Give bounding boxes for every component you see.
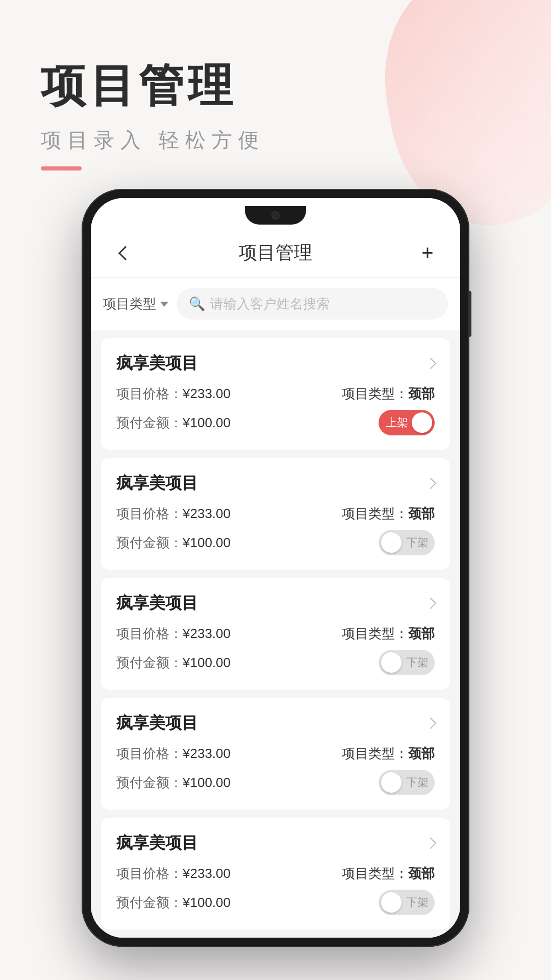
price-value: ¥233.00 xyxy=(183,386,231,401)
toggle-thumb xyxy=(381,772,402,793)
price-label: 项目价格：¥233.00 xyxy=(116,505,231,523)
prepay-value: ¥100.00 xyxy=(183,775,231,790)
toggle-off-label: 下架 xyxy=(406,895,429,910)
item-details: 项目价格：¥233.00 项目类型：颈部 预付金额：¥100.00 下架 xyxy=(116,505,435,555)
search-icon: 🔍 xyxy=(189,296,205,312)
item-title-row: 疯享美项目 xyxy=(116,712,435,734)
phone-frame: 项目管理 + 项目类型 🔍 请输入客户姓名搜索 xyxy=(82,189,469,947)
price-value: ¥233.00 xyxy=(183,746,231,761)
item-title: 疯享美项目 xyxy=(116,592,198,615)
item-details: 项目价格：¥233.00 项目类型：颈部 预付金额：¥100.00 下架 xyxy=(116,625,435,675)
header-section: 项目管理 项目录入 轻松方便 xyxy=(0,0,551,170)
prepay-value: ¥100.00 xyxy=(183,895,231,910)
toggle-off[interactable]: 下架 xyxy=(379,530,435,555)
phone-side-button xyxy=(468,291,471,337)
item-title: 疯享美项目 xyxy=(116,712,198,734)
toggle-off-label: 下架 xyxy=(406,535,429,550)
item-row-prepay: 预付金额：¥100.00 下架 xyxy=(116,770,435,795)
toggle-off-label: 下架 xyxy=(406,775,429,790)
item-details: 项目价格：¥233.00 项目类型：颈部 预付金额：¥100.00 上架 xyxy=(116,385,435,435)
toggle-thumb xyxy=(412,412,432,433)
item-row-price: 项目价格：¥233.00 项目类型：颈部 xyxy=(116,745,435,763)
toggle-off-label: 下架 xyxy=(406,655,429,670)
toggle-thumb xyxy=(381,892,402,913)
back-chevron-icon xyxy=(118,246,133,260)
toggle-off[interactable]: 下架 xyxy=(379,650,435,675)
item-row-prepay: 预付金额：¥100.00 下架 xyxy=(116,890,435,915)
price-label: 项目价格：¥233.00 xyxy=(116,865,231,883)
toggle-thumb xyxy=(381,532,402,553)
prepay-value: ¥100.00 xyxy=(183,535,231,550)
item-chevron-icon[interactable] xyxy=(425,478,437,489)
prepay-label: 预付金额：¥100.00 xyxy=(116,654,231,672)
phone-notch-area xyxy=(91,198,460,229)
app-topbar: 项目管理 + xyxy=(91,229,460,278)
item-row-price: 项目价格：¥233.00 项目类型：颈部 xyxy=(116,385,435,403)
phone-inner: 项目管理 + 项目类型 🔍 请输入客户姓名搜索 xyxy=(91,198,460,938)
item-row-price: 项目价格：¥233.00 项目类型：颈部 xyxy=(116,505,435,523)
price-value: ¥233.00 xyxy=(183,506,231,521)
items-list: 疯享美项目 项目价格：¥233.00 项目类型：颈部 预付金额：¥100.00 … xyxy=(91,330,460,938)
item-title: 疯享美项目 xyxy=(116,472,198,495)
toggle-thumb xyxy=(381,652,402,673)
item-row-prepay: 预付金额：¥100.00 下架 xyxy=(116,650,435,675)
filter-arrow-icon xyxy=(160,302,168,307)
item-chevron-icon[interactable] xyxy=(425,838,437,849)
item-details: 项目价格：¥233.00 项目类型：颈部 预付金额：¥100.00 下架 xyxy=(116,865,435,915)
sub-title: 项目录入 轻松方便 xyxy=(41,126,551,154)
item-row-prepay: 预付金额：¥100.00 上架 xyxy=(116,410,435,435)
phone-container: 项目管理 + 项目类型 🔍 请输入客户姓名搜索 xyxy=(82,189,469,947)
toggle-off[interactable]: 下架 xyxy=(379,770,435,795)
type-row: 项目类型：颈部 xyxy=(342,745,435,763)
title-underline xyxy=(41,166,82,170)
main-title: 项目管理 xyxy=(41,61,551,111)
filter-bar: 项目类型 🔍 请输入客户姓名搜索 xyxy=(91,278,460,330)
item-title-row: 疯享美项目 xyxy=(116,592,435,615)
type-filter[interactable]: 项目类型 xyxy=(103,295,168,313)
phone-camera xyxy=(271,211,280,219)
item-chevron-icon[interactable] xyxy=(425,598,437,609)
item-row-price: 项目价格：¥233.00 项目类型：颈部 xyxy=(116,625,435,643)
item-title-row: 疯享美项目 xyxy=(116,832,435,854)
type-filter-label: 项目类型 xyxy=(103,295,156,313)
toggle-on[interactable]: 上架 xyxy=(379,410,435,435)
back-button[interactable] xyxy=(111,241,136,265)
item-chevron-icon[interactable] xyxy=(425,718,437,729)
item-card: 疯享美项目 项目价格：¥233.00 项目类型：颈部 预付金额：¥100.00 … xyxy=(101,698,450,810)
price-label: 项目价格：¥233.00 xyxy=(116,745,231,763)
topbar-title: 项目管理 xyxy=(239,240,312,265)
type-row: 项目类型：颈部 xyxy=(342,505,435,523)
app-screen: 项目管理 + 项目类型 🔍 请输入客户姓名搜索 xyxy=(91,229,460,938)
item-chevron-icon[interactable] xyxy=(425,358,437,370)
prepay-label: 预付金额：¥100.00 xyxy=(116,774,231,792)
price-value: ¥233.00 xyxy=(183,866,231,881)
item-title-row: 疯享美项目 xyxy=(116,352,435,375)
prepay-label: 预付金额：¥100.00 xyxy=(116,414,231,432)
prepay-label: 预付金额：¥100.00 xyxy=(116,894,231,912)
prepay-value: ¥100.00 xyxy=(183,415,231,430)
type-row: 项目类型：颈部 xyxy=(342,385,435,403)
price-label: 项目价格：¥233.00 xyxy=(116,385,231,403)
item-card: 疯享美项目 项目价格：¥233.00 项目类型：颈部 预付金额：¥100.00 … xyxy=(101,578,450,690)
item-row-price: 项目价格：¥233.00 项目类型：颈部 xyxy=(116,865,435,883)
price-value: ¥233.00 xyxy=(183,626,231,641)
item-row-prepay: 预付金额：¥100.00 下架 xyxy=(116,530,435,555)
item-title: 疯享美项目 xyxy=(116,352,198,375)
item-card: 疯享美项目 项目价格：¥233.00 项目类型：颈部 预付金额：¥100.00 … xyxy=(101,458,450,570)
price-label: 项目价格：¥233.00 xyxy=(116,625,231,643)
toggle-on-label: 上架 xyxy=(386,415,408,430)
search-box[interactable]: 🔍 请输入客户姓名搜索 xyxy=(177,288,448,320)
item-title-row: 疯享美项目 xyxy=(116,472,435,495)
phone-notch xyxy=(245,206,306,225)
prepay-value: ¥100.00 xyxy=(183,655,231,670)
prepay-label: 预付金额：¥100.00 xyxy=(116,534,231,552)
item-title: 疯享美项目 xyxy=(116,832,198,854)
item-card: 疯享美项目 项目价格：¥233.00 项目类型：颈部 预付金额：¥100.00 … xyxy=(101,818,450,929)
type-row: 项目类型：颈部 xyxy=(342,625,435,643)
search-placeholder: 请输入客户姓名搜索 xyxy=(210,295,330,313)
type-row: 项目类型：颈部 xyxy=(342,865,435,883)
toggle-off[interactable]: 下架 xyxy=(379,890,435,915)
item-details: 项目价格：¥233.00 项目类型：颈部 预付金额：¥100.00 下架 xyxy=(116,745,435,795)
item-card: 疯享美项目 项目价格：¥233.00 项目类型：颈部 预付金额：¥100.00 … xyxy=(101,338,450,450)
add-button[interactable]: + xyxy=(415,241,440,265)
